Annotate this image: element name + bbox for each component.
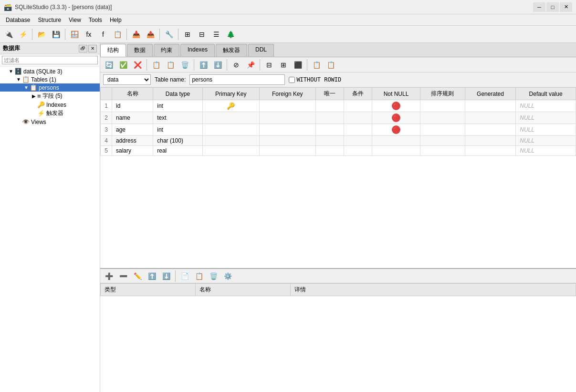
table-row[interactable]: 1idint🔑🚫NULL — [101, 100, 576, 112]
toggle-persons[interactable]: ▼ — [23, 85, 30, 90]
toolbar-new-window[interactable]: 🪟 — [68, 28, 81, 41]
sub-refresh-btn[interactable]: 🔄 — [102, 58, 115, 72]
toolbar-table[interactable]: 📋 — [111, 28, 124, 41]
table-name-input[interactable] — [189, 74, 285, 85]
row-notnull[interactable] — [372, 136, 420, 146]
row-collation[interactable] — [420, 146, 465, 156]
table-row[interactable]: 2nametext🚫NULL — [101, 112, 576, 124]
sidebar-item-persons[interactable]: ▼ 📋 persons — [0, 83, 100, 92]
toolbar-export[interactable]: 📤 — [144, 28, 157, 41]
toolbar-rows[interactable]: ☰ — [209, 28, 223, 41]
sub-move-down-btn[interactable]: ⬇️ — [211, 58, 224, 72]
row-default[interactable]: NULL — [516, 100, 576, 112]
sidebar-close-btn[interactable]: ✕ — [88, 45, 97, 52]
row-generated[interactable] — [465, 146, 515, 156]
row-default[interactable]: NULL — [516, 146, 576, 156]
menu-database[interactable]: Database — [2, 16, 34, 24]
sub-insert-field-btn[interactable]: 📋 — [164, 58, 177, 72]
row-fk[interactable] — [259, 112, 315, 124]
minimize-button[interactable]: ─ — [533, 2, 545, 12]
row-datatype[interactable]: text — [153, 112, 203, 124]
row-fk[interactable] — [259, 136, 315, 146]
bottom-del2-btn[interactable]: 🗑️ — [207, 269, 220, 283]
toolbar-save2[interactable]: 💾 — [49, 28, 63, 41]
close-button[interactable]: ✕ — [560, 2, 572, 12]
row-datatype[interactable]: int — [153, 124, 203, 136]
bottom-up-btn[interactable]: ⬆️ — [145, 269, 158, 283]
sub-split-v-btn[interactable]: ⊞ — [277, 58, 290, 72]
row-datatype[interactable]: real — [153, 146, 203, 156]
menu-view[interactable]: View — [65, 16, 85, 24]
tab-structure[interactable]: 结构 — [100, 44, 126, 57]
sub-cancel-btn[interactable]: ❌ — [131, 58, 144, 72]
toolbar-open[interactable]: 📂 — [35, 28, 48, 41]
row-notnull[interactable]: 🚫 — [372, 124, 420, 136]
row-collation[interactable] — [420, 112, 465, 124]
row-fk[interactable] — [259, 146, 315, 156]
sidebar-item-indexes[interactable]: 🔑 Indexes — [0, 101, 100, 109]
row-condition[interactable] — [344, 124, 372, 136]
row-fk[interactable] — [259, 124, 315, 136]
row-unique[interactable] — [315, 124, 344, 136]
toggle-data[interactable]: ▼ — [8, 69, 14, 74]
toolbar-disconnect[interactable]: ⚡ — [16, 28, 30, 41]
row-pk[interactable] — [202, 136, 259, 146]
row-name[interactable]: address — [112, 136, 153, 146]
sub-merge-btn[interactable]: ⬛ — [291, 58, 304, 72]
row-unique[interactable] — [315, 136, 344, 146]
row-generated[interactable] — [465, 112, 515, 124]
toolbar-func[interactable]: f — [96, 28, 110, 41]
sub-copy-btn[interactable]: 📋 — [310, 58, 323, 72]
sidebar-restore-btn[interactable]: 🗗 — [79, 45, 87, 52]
row-condition[interactable] — [344, 112, 372, 124]
toolbar-tree[interactable]: 🌲 — [224, 28, 237, 41]
toolbar-sql[interactable]: fx — [82, 28, 95, 41]
menu-help[interactable]: Help — [106, 16, 126, 24]
toolbar-settings[interactable]: 🔧 — [162, 28, 176, 41]
row-condition[interactable] — [344, 100, 372, 112]
sub-move-up-btn[interactable]: ⬆️ — [197, 58, 210, 72]
row-notnull[interactable]: 🚫 — [372, 112, 420, 124]
sub-paste-btn[interactable]: 📋 — [324, 58, 337, 72]
toolbar-grid[interactable]: ⊞ — [181, 28, 194, 41]
sub-set-null-btn[interactable]: ⊘ — [230, 58, 243, 72]
sub-delete-field-btn[interactable]: 🗑️ — [178, 58, 191, 72]
sub-split-h-btn[interactable]: ⊟ — [262, 58, 276, 72]
bottom-set-btn[interactable]: ⚙️ — [221, 269, 234, 283]
sidebar-item-triggers[interactable]: ⚡ 触发器 — [0, 109, 100, 118]
toolbar-connect[interactable]: 🔌 — [2, 28, 15, 41]
tab-indexes[interactable]: Indexes — [180, 44, 215, 57]
table-row[interactable]: 4addresschar (100)NULL — [101, 136, 576, 146]
row-condition[interactable] — [344, 136, 372, 146]
bottom-copy-btn[interactable]: 📄 — [178, 269, 191, 283]
row-name[interactable]: name — [112, 112, 153, 124]
row-pk[interactable] — [202, 124, 259, 136]
row-pk[interactable]: 🔑 — [202, 100, 259, 112]
row-default[interactable]: NULL — [516, 124, 576, 136]
tab-triggers[interactable]: 触发器 — [216, 44, 247, 57]
row-name[interactable]: salary — [112, 146, 153, 156]
toolbar-import[interactable]: 📥 — [129, 28, 143, 41]
tab-ddl[interactable]: DDL — [248, 44, 274, 57]
row-notnull[interactable] — [372, 146, 420, 156]
row-collation[interactable] — [420, 124, 465, 136]
tab-constraints[interactable]: 约束 — [154, 44, 179, 57]
row-default[interactable]: NULL — [516, 136, 576, 146]
row-generated[interactable] — [465, 100, 515, 112]
row-condition[interactable] — [344, 146, 372, 156]
row-pk[interactable] — [202, 146, 259, 156]
sidebar-item-fields[interactable]: ▶ ≡ 字段 (5) — [0, 92, 100, 101]
row-datatype[interactable]: int — [153, 100, 203, 112]
db-selector[interactable]: data — [103, 74, 151, 85]
without-rowid-checkbox[interactable] — [289, 77, 295, 83]
tab-data[interactable]: 数据 — [127, 44, 153, 57]
sub-save-btn[interactable]: ✅ — [116, 58, 130, 72]
sub-set-default-btn[interactable]: 📌 — [244, 58, 257, 72]
row-generated[interactable] — [465, 124, 515, 136]
sidebar-item-views[interactable]: 👁️ Views — [0, 118, 100, 126]
row-fk[interactable] — [259, 100, 315, 112]
row-default[interactable]: NULL — [516, 112, 576, 124]
row-unique[interactable] — [315, 100, 344, 112]
menu-structure[interactable]: Structure — [34, 16, 65, 24]
bottom-add-btn[interactable]: ➕ — [102, 269, 115, 283]
